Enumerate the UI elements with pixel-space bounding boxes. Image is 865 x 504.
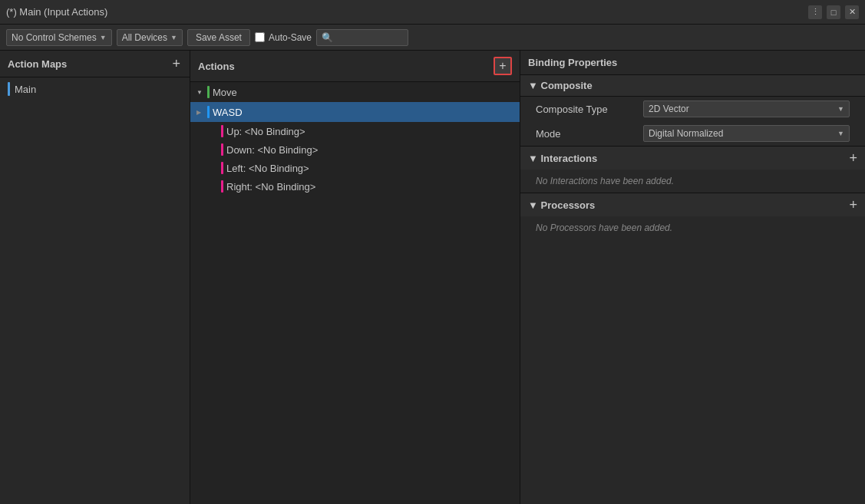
maximize-button[interactable]: □ [827, 5, 840, 19]
action-item-right[interactable]: Right: <No Binding> [190, 177, 520, 196]
interactions-triangle-icon: ▼ [528, 153, 538, 164]
pink-bar [221, 125, 223, 137]
pink-bar [221, 143, 223, 156]
processors-title: Processors [541, 199, 850, 211]
action-label-move: Move [213, 87, 513, 98]
actions-panel: Actions + ▼ Move ▶ WASD Up: <No Binding>… [190, 51, 520, 504]
chevron-down-icon: ▼ [170, 34, 177, 41]
close-button[interactable]: ✕ [845, 5, 859, 19]
save-asset-button[interactable]: Save Asset [187, 29, 250, 46]
processors-empty-text: No Processors have been added. [520, 216, 865, 239]
interactions-title: Interactions [541, 153, 850, 164]
add-action-map-button[interactable]: + [170, 57, 182, 71]
blue-bar [207, 106, 210, 118]
composite-type-dropdown[interactable]: 2D Vector ▼ [643, 100, 850, 117]
chevron-down-icon: ▼ [837, 130, 844, 137]
composite-type-label: Composite Type [536, 104, 636, 115]
action-item-up[interactable]: Up: <No Binding> [190, 122, 520, 140]
processors-section: ▼ Processors + No Processors have been a… [520, 193, 865, 239]
pink-bar [221, 162, 223, 174]
binding-properties-panel: Binding Properties ▼ Composite Composite… [520, 51, 865, 504]
action-item-move[interactable]: ▼ Move [190, 82, 520, 102]
interactions-header[interactable]: ▼ Interactions + [520, 147, 865, 170]
interactions-section: ▼ Interactions + No Interactions have be… [520, 146, 865, 193]
mode-row: Mode Digital Normalized ▼ [520, 121, 865, 146]
menu-button[interactable]: ⋮ [808, 5, 822, 19]
chevron-down-icon: ▼ [837, 105, 844, 113]
window-title: (*) Main (Input Actions) [6, 6, 107, 18]
toolbar: No Control Schemes ▼ All Devices ▼ Save … [0, 25, 865, 51]
mode-value: Digital Normalized [649, 128, 723, 139]
action-map-label: Main [15, 84, 36, 95]
add-action-button[interactable]: + [494, 57, 512, 75]
action-item-wasd[interactable]: ▶ WASD [190, 102, 520, 122]
processors-header[interactable]: ▼ Processors + [520, 193, 865, 216]
action-label-wasd: WASD [213, 107, 513, 118]
composite-type-value: 2D Vector [649, 104, 689, 114]
triangle-right-icon: ▶ [196, 109, 204, 116]
actions-title: Actions [198, 61, 235, 72]
main-content: Action Maps + Main Actions + ▼ Move ▶ WA… [0, 51, 865, 504]
action-label-up: Up: <No Binding> [226, 126, 513, 137]
control-schemes-dropdown[interactable]: No Control Schemes ▼ [6, 29, 112, 46]
triangle-down-icon: ▼ [196, 89, 204, 96]
binding-properties-title: Binding Properties [520, 51, 865, 75]
composite-type-row: Composite Type 2D Vector ▼ [520, 97, 865, 121]
action-maps-panel: Action Maps + Main [0, 51, 190, 504]
action-map-item-main[interactable]: Main [0, 77, 190, 100]
processors-triangle-icon: ▼ [528, 199, 538, 211]
action-maps-title: Action Maps [8, 58, 67, 70]
action-label-left: Left: <No Binding> [226, 163, 513, 174]
pink-bar [221, 180, 223, 193]
devices-dropdown[interactable]: All Devices ▼ [117, 29, 183, 46]
add-processor-button[interactable]: + [849, 198, 857, 212]
title-bar: (*) Main (Input Actions) ⋮ □ ✕ [0, 0, 865, 25]
action-label-down: Down: <No Binding> [226, 144, 513, 156]
composite-triangle-icon: ▼ [528, 80, 538, 91]
action-label-right: Right: <No Binding> [226, 181, 513, 193]
mode-label: Mode [536, 128, 636, 140]
action-item-down[interactable]: Down: <No Binding> [190, 140, 520, 159]
mode-dropdown[interactable]: Digital Normalized ▼ [643, 125, 850, 142]
action-item-left[interactable]: Left: <No Binding> [190, 159, 520, 177]
title-bar-controls: ⋮ □ ✕ [808, 5, 859, 19]
chevron-down-icon: ▼ [100, 34, 107, 41]
composite-section-header[interactable]: ▼ Composite [520, 75, 865, 97]
action-maps-header: Action Maps + [0, 51, 190, 77]
autosave-control: Auto-Save [255, 32, 312, 43]
actions-header: Actions + [190, 51, 520, 82]
composite-title: Composite [541, 80, 858, 91]
interactions-empty-text: No Interactions have been added. [520, 170, 865, 193]
autosave-label: Auto-Save [269, 32, 312, 43]
color-bar [8, 82, 10, 96]
add-interaction-button[interactable]: + [849, 151, 857, 165]
green-bar [207, 86, 210, 98]
autosave-checkbox[interactable] [255, 32, 265, 42]
search-input[interactable] [316, 29, 408, 46]
